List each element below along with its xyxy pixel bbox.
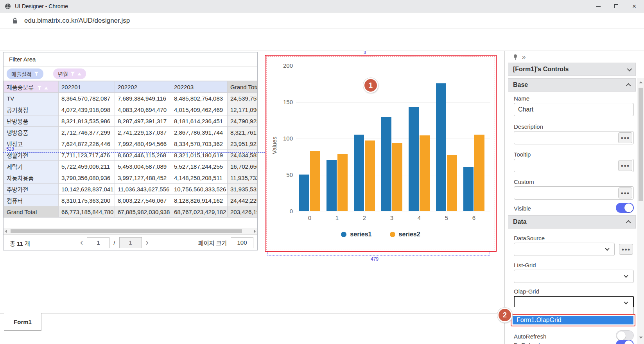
prev-page-button[interactable]: ‹ [80, 237, 83, 248]
cell-value[interactable]: 8,364,570,782,087 [59, 93, 115, 104]
olap-grid-option-form1-olapgrid[interactable]: Form1.OlapGrid [513, 316, 633, 324]
row-dimension-header[interactable]: 제품중분류 [4, 81, 59, 93]
sort-triangle-icon[interactable] [44, 86, 48, 90]
cell-value[interactable]: 68,767,023,429,182 [171, 206, 228, 218]
legend-item-series1[interactable]: series1 [341, 231, 371, 238]
bar-series1-x3[interactable] [381, 117, 391, 211]
bar-series1-x2[interactable] [354, 135, 364, 211]
bar-series2-x4[interactable] [420, 135, 430, 211]
grand-total-column-header[interactable]: Grand Total [228, 81, 257, 93]
cell-value[interactable]: 7,689,384,949,116 [115, 93, 171, 104]
column-header[interactable]: 202201 [59, 81, 115, 93]
cell-grand-total[interactable]: 16,702,650, [228, 161, 257, 172]
cell-value[interactable]: 67,885,982,030,938 [115, 206, 171, 218]
cell-value[interactable]: 8,321,015,180,619 [171, 149, 228, 161]
cell-value[interactable]: 8,310,175,363,200 [59, 195, 115, 206]
bar-series2-x6[interactable] [474, 135, 484, 211]
scrollbar-thumb[interactable] [11, 229, 242, 233]
cell-value[interactable]: 8,287,497,391,317 [115, 115, 171, 127]
tooltip-input[interactable] [514, 159, 634, 172]
cell-value[interactable]: 7,992,480,494,566 [115, 138, 171, 149]
cell-value[interactable]: 8,321,813,535,986 [59, 115, 115, 127]
cell-grand-total[interactable]: 23,951,923, [228, 138, 257, 149]
row-label[interactable]: 주방가전 [4, 184, 59, 195]
bar-series1-x6[interactable] [463, 167, 474, 211]
cell-value[interactable]: 2,741,229,137,037 [115, 127, 171, 138]
row-label[interactable]: TV [4, 93, 59, 104]
cell-grand-total[interactable]: 24,539,758, [228, 93, 257, 104]
legend-item-series2[interactable]: series2 [390, 231, 420, 238]
bar-series2-x3[interactable] [392, 143, 402, 211]
collapse-panel-icon[interactable]: » [522, 53, 526, 61]
description-more-button[interactable]: ●●● [618, 132, 632, 143]
scroll-right-icon[interactable] [254, 230, 256, 233]
autorefresh-toggle[interactable] [616, 330, 634, 340]
cell-grand-total[interactable]: 8,321,761, [228, 127, 257, 138]
cell-grand-total[interactable]: 11,935,733, [228, 172, 257, 184]
scroll-down-icon[interactable] [639, 337, 643, 339]
cell-value[interactable]: 10,756,560,333,526 [171, 184, 228, 195]
scroll-up-icon[interactable] [639, 81, 643, 83]
controls-header[interactable]: [Form1]'s Controls [508, 63, 636, 76]
datasource-select[interactable] [514, 243, 615, 256]
cell-value[interactable]: 8,128,826,914,162 [171, 195, 228, 206]
current-page-input[interactable]: 1 [87, 237, 109, 248]
url-text[interactable]: edu.bimatrix.co.kr/AUD/designer.jsp [24, 13, 130, 29]
cell-value[interactable]: 66,773,185,844,780 [59, 206, 115, 218]
cell-value[interactable]: 7,711,123,717,476 [59, 149, 115, 161]
cell-grand-total[interactable]: 31,935,532, [228, 184, 257, 195]
section-data[interactable]: Data [508, 215, 636, 229]
cell-grand-total[interactable]: 24,442,229, [228, 195, 257, 206]
cell-value[interactable]: 2,712,746,377,299 [59, 127, 115, 138]
cell-value[interactable]: 5,527,187,244,255 [171, 161, 228, 172]
bar-series1-x5[interactable] [436, 83, 446, 211]
custom-more-button[interactable]: ●●● [618, 187, 632, 198]
datasource-more-button[interactable]: ●●● [619, 244, 633, 255]
pin-icon[interactable] [513, 54, 518, 61]
horizontal-scrollbar[interactable] [4, 228, 257, 234]
filter-funnel-icon[interactable] [34, 72, 39, 76]
cell-value[interactable]: 11,036,343,627,556 [115, 184, 171, 195]
olap-grid-option-empty[interactable] [514, 307, 633, 313]
minimize-button[interactable] [589, 0, 607, 13]
cell-value[interactable]: 8,181,614,236,451 [171, 115, 228, 127]
cell-value[interactable]: 4,083,240,694,470 [115, 104, 171, 115]
cell-grand-total[interactable]: 24,634,585, [228, 149, 257, 161]
bar-series1-x0[interactable] [299, 175, 309, 211]
address-bar[interactable]: edu.bimatrix.co.kr/AUD/designer.jsp [0, 13, 644, 29]
bar-series1-x1[interactable] [326, 160, 337, 211]
cell-value[interactable]: 3,790,356,080,936 [59, 172, 115, 184]
bar-series2-x2[interactable] [365, 140, 375, 211]
name-input[interactable]: Chart [514, 103, 634, 116]
bar-series2-x5[interactable] [447, 155, 457, 211]
column-header[interactable]: 202202 [115, 81, 171, 93]
row-label[interactable]: 난방용품 [4, 115, 59, 127]
row-label[interactable]: 세탁기 [4, 161, 59, 172]
olap-grid-widget[interactable]: Filter Area 매출실적 년월 제품중분류 [3, 52, 258, 250]
row-label[interactable]: 컴퓨터 [4, 195, 59, 206]
cell-value[interactable]: 8,334,570,703,362 [171, 138, 228, 149]
dorefresh-toggle[interactable] [616, 340, 634, 344]
row-label[interactable]: 자동차용품 [4, 172, 59, 184]
visible-toggle[interactable] [616, 203, 634, 213]
chart-widget[interactable]: Values series1 series2 20015010050001234… [265, 55, 497, 252]
column-header[interactable]: 202203 [171, 81, 228, 93]
page-size-input[interactable]: 100 [231, 237, 253, 248]
maximize-button[interactable] [607, 0, 625, 13]
sort-triangle-icon[interactable] [77, 72, 81, 76]
cell-value[interactable]: 5,453,004,587,089 [115, 161, 171, 172]
cell-value[interactable]: 7,624,872,226,446 [59, 138, 115, 149]
cell-value[interactable]: 4,015,409,462,469 [171, 104, 228, 115]
measure-pill[interactable]: 매출실적 [7, 68, 43, 79]
cell-value[interactable]: 3,997,127,488,452 [115, 172, 171, 184]
tab-form1[interactable]: Form1 [4, 313, 41, 331]
cell-value[interactable]: 4,148,250,208,511 [171, 172, 228, 184]
cell-value[interactable]: 10,142,628,837,041 [59, 184, 115, 195]
section-base[interactable]: Base [508, 78, 636, 92]
dimension-pill[interactable]: 년월 [53, 68, 86, 79]
cell-grand-total[interactable]: 203,426,191, [228, 206, 257, 218]
cell-value[interactable]: 8,003,227,546,067 [115, 195, 171, 206]
row-label[interactable]: Grand Total [4, 206, 59, 218]
cell-value[interactable]: 4,072,439,918,098 [59, 104, 115, 115]
panel-scrollbar[interactable] [637, 78, 644, 344]
